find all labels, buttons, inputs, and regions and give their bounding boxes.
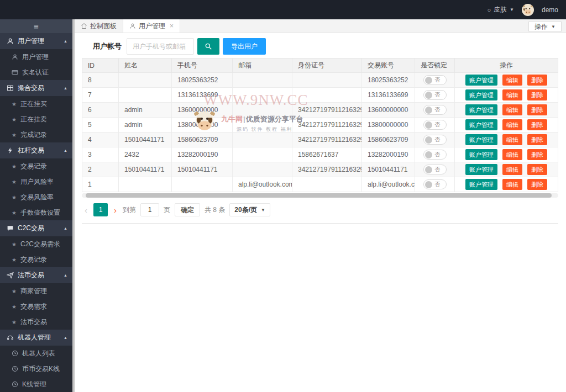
- lock-toggle[interactable]: 否: [423, 150, 447, 160]
- sidebar-item[interactable]: 机器人列表: [0, 346, 72, 361]
- delete-button[interactable]: 删除: [527, 179, 547, 190]
- tab-dashboard[interactable]: 控制面板: [75, 19, 123, 33]
- page-number-input[interactable]: [140, 203, 159, 216]
- delete-button[interactable]: 删除: [527, 164, 547, 175]
- confirm-page-button[interactable]: 确定: [175, 203, 200, 216]
- lock-toggle[interactable]: 否: [423, 75, 447, 85]
- cell-idcard: 342127197911216329: [292, 133, 362, 147]
- sidebar-item[interactable]: ★ 商家管理: [0, 283, 72, 299]
- edit-button[interactable]: 编辑: [502, 134, 522, 145]
- sidebar-section-user-management[interactable]: 用户管理 ▲: [0, 33, 72, 49]
- sidebar-item[interactable]: ★ 正在挂卖: [0, 112, 72, 127]
- operation-dropdown[interactable]: 操作 ▼: [528, 21, 562, 32]
- sidebar-section-leverage-trade[interactable]: 杠杆交易 ▲: [0, 142, 72, 158]
- close-icon[interactable]: ×: [170, 22, 174, 30]
- prev-page-button[interactable]: ‹: [83, 205, 89, 215]
- cell-id: 8: [82, 73, 119, 88]
- delete-button[interactable]: 删除: [527, 134, 547, 145]
- username[interactable]: demo: [542, 6, 558, 14]
- per-page-select[interactable]: 20条/页 ▼: [229, 203, 270, 216]
- delete-button[interactable]: 删除: [527, 104, 547, 115]
- sidebar-item[interactable]: ★ 用户风险率: [0, 174, 72, 189]
- edit-button[interactable]: 编辑: [502, 89, 522, 100]
- sidebar-item[interactable]: ★ 完成记录: [0, 127, 72, 142]
- sidebar-collapse-button[interactable]: ≡: [0, 19, 72, 33]
- account-manage-button[interactable]: 账户管理: [465, 75, 497, 86]
- caret-down-icon: ▼: [261, 208, 265, 213]
- delete-button[interactable]: 删除: [527, 119, 547, 130]
- cell-name: [119, 73, 172, 88]
- sidebar-item[interactable]: ★ 手数倍数设置: [0, 205, 72, 220]
- sidebar-item-realname-auth[interactable]: 实名认证: [0, 65, 72, 80]
- star-icon: ★: [12, 210, 17, 216]
- sidebar-section-matching-trade[interactable]: 撮合交易 ▲: [0, 80, 72, 96]
- next-page-button[interactable]: ›: [112, 205, 118, 215]
- edit-button[interactable]: 编辑: [502, 75, 522, 86]
- horizontal-scrollbar[interactable]: [82, 193, 558, 198]
- current-page-button[interactable]: 1: [93, 203, 108, 216]
- tab-bar: 控制面板 用户管理 × 操作 ▼: [75, 19, 566, 33]
- scrollbar-thumb[interactable]: [86, 193, 552, 198]
- sidebar-item[interactable]: ★ 交易记录: [0, 158, 72, 174]
- lock-toggle[interactable]: 否: [423, 135, 447, 145]
- account-manage-button[interactable]: 账户管理: [465, 119, 497, 130]
- lock-toggle[interactable]: 否: [423, 120, 447, 130]
- sidebar-item[interactable]: 币币交易K线: [0, 361, 72, 377]
- account-manage-button[interactable]: 账户管理: [465, 89, 497, 100]
- account-manage-button[interactable]: 账户管理: [465, 179, 497, 190]
- lock-toggle[interactable]: 否: [423, 105, 447, 115]
- search-input[interactable]: [127, 38, 194, 55]
- delete-button[interactable]: 删除: [527, 89, 547, 100]
- cell-phone: 13800000000: [172, 118, 233, 133]
- sidebar-item[interactable]: ★ 正在挂买: [0, 96, 72, 112]
- cell-id: 6: [82, 103, 119, 118]
- account-manage-button[interactable]: 账户管理: [465, 149, 497, 160]
- tab-user-management[interactable]: 用户管理 ×: [123, 19, 180, 33]
- toggle-label: 否: [435, 106, 441, 114]
- main-content: 控制面板 用户管理 × 操作 ▼ 用户帐号 导出用户: [75, 19, 566, 392]
- cell-phone: [172, 177, 233, 192]
- sidebar-item[interactable]: ★ 交易需求: [0, 299, 72, 314]
- edit-button[interactable]: 编辑: [502, 119, 522, 130]
- sidebar-section-fiat-trade[interactable]: 法币交易 ▲: [0, 267, 72, 283]
- lock-toggle[interactable]: 否: [423, 179, 447, 189]
- account-manage-button[interactable]: 账户管理: [465, 104, 497, 115]
- bolt-icon: [7, 147, 14, 154]
- skin-selector[interactable]: ○ 皮肤 ▼: [487, 5, 514, 14]
- clock-icon: [12, 350, 18, 357]
- chevron-up-icon: ▲: [64, 273, 67, 277]
- avatar[interactable]: [522, 4, 534, 16]
- star-icon: ★: [12, 241, 17, 247]
- delete-button[interactable]: 删除: [527, 75, 547, 86]
- chevron-up-icon: ▲: [64, 149, 67, 152]
- edit-button[interactable]: 编辑: [502, 164, 522, 175]
- col-header-locked: 是否锁定: [415, 59, 455, 73]
- edit-button[interactable]: 编辑: [502, 149, 522, 160]
- edit-button[interactable]: 编辑: [502, 179, 522, 190]
- cell-name: 15010441171: [119, 133, 172, 147]
- cell-account: 15860623709: [362, 133, 415, 147]
- sidebar-item-user-management[interactable]: 用户管理: [0, 49, 72, 65]
- account-manage-button[interactable]: 账户管理: [465, 134, 497, 145]
- edit-button[interactable]: 编辑: [502, 104, 522, 115]
- sidebar-item[interactable]: ★ 交易风险率: [0, 189, 72, 205]
- toggle-knob: [425, 181, 432, 188]
- sidebar-item[interactable]: ★ 法币交易: [0, 314, 72, 330]
- sidebar-item[interactable]: ★ 交易记录: [0, 252, 72, 267]
- account-manage-button[interactable]: 账户管理: [465, 164, 497, 175]
- toggle-label: 否: [435, 76, 441, 84]
- cell-account: 13282000190: [362, 147, 415, 162]
- export-users-button[interactable]: 导出用户: [223, 38, 266, 55]
- sidebar-item[interactable]: ★ C2C交易需求: [0, 236, 72, 252]
- delete-button[interactable]: 删除: [527, 149, 547, 160]
- lock-toggle[interactable]: 否: [423, 165, 447, 174]
- clock-icon: [12, 365, 18, 372]
- sidebar-scrollbar[interactable]: [72, 19, 75, 392]
- caret-down-icon: ▼: [510, 7, 514, 12]
- search-button[interactable]: [197, 38, 219, 55]
- sidebar-item[interactable]: K线管理: [0, 377, 72, 392]
- cell-email: [233, 118, 292, 133]
- sidebar-section-robot-management[interactable]: 机器人管理 ▲: [0, 330, 72, 346]
- lock-toggle[interactable]: 否: [423, 90, 447, 100]
- sidebar-section-c2c-trade[interactable]: C2C交易 ▲: [0, 220, 72, 236]
